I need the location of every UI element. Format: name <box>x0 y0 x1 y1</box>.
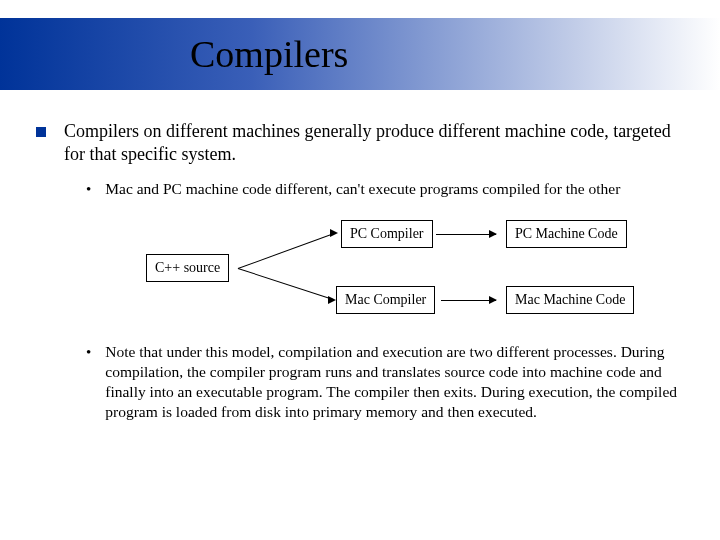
slide-content: Compilers on different machines generall… <box>0 90 720 422</box>
diagram-box-pc-compiler: PC Compiler <box>341 220 433 248</box>
sub-bullet-text: Note that under this model, compilation … <box>105 342 684 423</box>
compiler-diagram: C++ source PC Compiler Mac Compiler PC M… <box>146 214 666 324</box>
arrow-line <box>441 300 496 301</box>
sub-bullet-item: • Mac and PC machine code different, can… <box>86 179 684 200</box>
slide-title: Compilers <box>190 32 348 76</box>
bullet-item: Compilers on different machines generall… <box>36 120 684 165</box>
arrowhead-icon <box>328 296 336 304</box>
slide-title-bar: Compilers <box>0 18 720 90</box>
dot-bullet-icon: • <box>86 343 91 363</box>
arrow-line <box>238 268 333 300</box>
sub-bullet-text: Mac and PC machine code different, can't… <box>105 179 620 199</box>
square-bullet-icon <box>36 127 46 137</box>
bullet-text: Compilers on different machines generall… <box>64 120 684 165</box>
diagram-box-mac-code: Mac Machine Code <box>506 286 634 314</box>
sub-bullet-item: • Note that under this model, compilatio… <box>86 342 684 423</box>
diagram-box-mac-compiler: Mac Compiler <box>336 286 435 314</box>
arrow-line <box>238 233 332 268</box>
diagram-box-pc-code: PC Machine Code <box>506 220 627 248</box>
arrowhead-icon <box>330 229 338 237</box>
arrow-line <box>436 234 496 235</box>
sub-bullet-list: • Mac and PC machine code different, can… <box>86 179 684 422</box>
diagram-box-source: C++ source <box>146 254 229 282</box>
dot-bullet-icon: • <box>86 180 91 200</box>
